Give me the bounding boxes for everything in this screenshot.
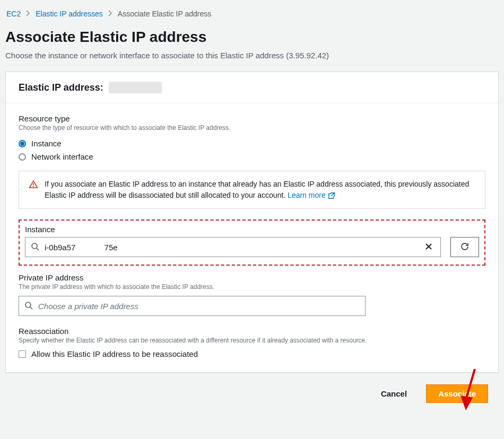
clear-instance-button[interactable]	[422, 240, 435, 254]
chevron-right-icon	[108, 10, 112, 18]
page-title: Associate Elastic IP address	[5, 29, 499, 46]
search-icon	[31, 242, 39, 252]
private-ip-block: Private IP address The private IP addres…	[19, 273, 485, 316]
external-link-icon	[328, 192, 335, 199]
associate-panel: Elastic IP address: Resource type Choose…	[5, 72, 499, 373]
learn-more-link[interactable]: Learn more	[288, 191, 335, 199]
resource-type-label: Resource type	[19, 114, 485, 123]
panel-header: Elastic IP address:	[6, 72, 498, 103]
checkbox-icon	[19, 350, 26, 358]
associate-button[interactable]: Associate	[426, 384, 488, 403]
instance-label: Instance	[25, 225, 479, 234]
reassociation-checkbox-label: Allow this Elastic IP address to be reas…	[31, 349, 198, 358]
search-icon	[24, 301, 33, 311]
breadcrumb-link-eip[interactable]: Elastic IP addresses	[36, 10, 103, 18]
radio-network-interface[interactable]: Network interface	[19, 150, 485, 163]
instance-input[interactable]	[44, 242, 418, 252]
close-icon	[424, 242, 433, 252]
svg-point-1	[33, 186, 34, 187]
warning-icon	[29, 180, 38, 192]
reassociation-checkbox-row[interactable]: Allow this Elastic IP address to be reas…	[19, 349, 485, 358]
breadcrumb-link-ec2[interactable]: EC2	[6, 10, 21, 18]
reassociation-block: Reassociation Specify whether the Elasti…	[19, 327, 485, 358]
instance-highlight-frame: Instance	[19, 220, 485, 266]
private-ip-select[interactable]	[19, 296, 366, 316]
reassociation-help: Specify whether the Elastic IP address c…	[19, 337, 485, 344]
alert-message: If you associate an Elastic IP address t…	[45, 180, 469, 199]
breadcrumb-current: Associate Elastic IP address	[118, 10, 211, 18]
svg-line-7	[30, 307, 32, 309]
alert-text: If you associate an Elastic IP address t…	[45, 179, 475, 201]
private-ip-help: The private IP address with which to ass…	[19, 283, 485, 291]
cancel-button[interactable]: Cancel	[378, 389, 410, 399]
radio-icon	[19, 140, 26, 147]
radio-network-interface-label: Network interface	[31, 152, 93, 161]
reassociation-label: Reassociation	[19, 327, 485, 336]
svg-point-6	[25, 302, 31, 308]
refresh-icon	[460, 242, 470, 253]
footer-actions: Cancel Associate	[5, 373, 499, 403]
page-description: Choose the instance or network interface…	[5, 51, 499, 60]
resource-type-help: Choose the type of resource with which t…	[19, 124, 485, 131]
instance-select[interactable]	[25, 237, 441, 257]
radio-icon	[19, 153, 26, 161]
refresh-instances-button[interactable]	[450, 237, 479, 257]
resource-type-block: Resource type Choose the type of resourc…	[19, 114, 485, 209]
warning-alert: If you associate an Elastic IP address t…	[19, 171, 485, 209]
chevron-right-icon	[26, 10, 30, 18]
private-ip-label: Private IP address	[19, 273, 485, 282]
svg-line-3	[37, 248, 39, 250]
private-ip-input[interactable]	[37, 301, 360, 311]
eip-label: Elastic IP address:	[19, 82, 103, 93]
radio-instance-label: Instance	[31, 139, 62, 148]
radio-instance[interactable]: Instance	[19, 137, 485, 150]
breadcrumb: EC2 Elastic IP addresses Associate Elast…	[5, 10, 499, 18]
eip-value-redacted	[109, 82, 162, 93]
svg-point-2	[32, 243, 37, 249]
